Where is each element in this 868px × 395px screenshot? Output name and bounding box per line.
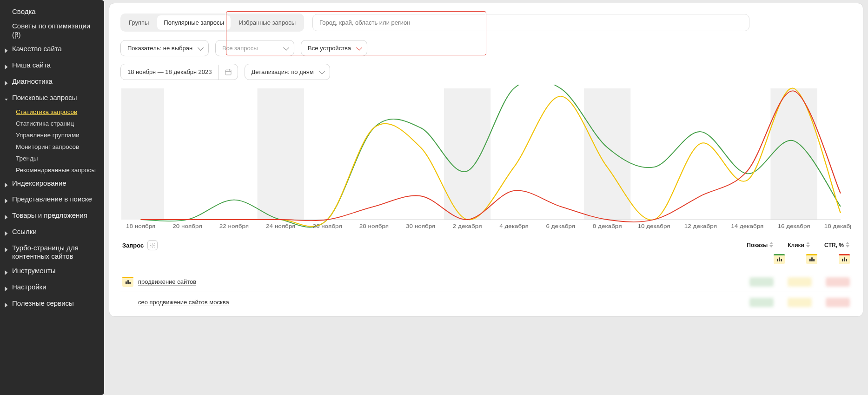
nav-label: Диагностика	[9, 77, 53, 86]
sub-query-statistics[interactable]: Статистика запросов	[0, 107, 104, 118]
nav-label: Представление в поиске	[9, 195, 92, 204]
query-tabs: Группы Популярные запросы Избранные запр…	[120, 13, 304, 32]
svg-rect-34	[127, 280, 129, 284]
nav-label: Турбо-страницы для контентных сайтов	[9, 244, 99, 261]
chevron-right-icon	[5, 63, 9, 72]
sub-group-management[interactable]: Управление группами	[0, 130, 104, 141]
main: Группы Популярные запросы Избранные запр…	[104, 0, 868, 395]
query-text[interactable]: продвижение сайтов	[138, 278, 196, 286]
nav-label: Сводка	[9, 7, 36, 16]
nav-turbo-pages[interactable]: Турбо-страницы для контентных сайтов	[0, 241, 104, 264]
sort-icon	[768, 242, 774, 249]
nav-products-offers[interactable]: Товары и предложения	[0, 208, 104, 225]
chevron-right-icon	[5, 229, 9, 238]
nav-indexing[interactable]: Индексирование	[0, 176, 104, 193]
sub-query-monitoring[interactable]: Мониторинг запросов	[0, 141, 104, 153]
chevron-right-icon	[5, 47, 9, 55]
chevron-right-icon	[5, 213, 9, 222]
sub-page-statistics[interactable]: Статистика страниц	[0, 118, 104, 130]
svg-rect-2	[258, 88, 304, 220]
nav-diagnostics[interactable]: Диагностика	[0, 74, 104, 91]
row-chart-button[interactable]	[122, 277, 133, 287]
sub-trends[interactable]: Тренды	[0, 153, 104, 165]
svg-text:20 ноября: 20 ноября	[172, 223, 202, 229]
svg-rect-1	[121, 88, 164, 220]
table-settings-button[interactable]	[147, 240, 158, 250]
chevron-right-icon	[5, 285, 9, 294]
svg-rect-3	[444, 88, 490, 220]
svg-text:2 декабря: 2 декабря	[453, 223, 482, 229]
tab-favorite-queries[interactable]: Избранные запросы	[232, 15, 302, 30]
calendar-icon[interactable]	[219, 65, 238, 80]
tab-groups[interactable]: Группы	[122, 15, 155, 30]
nav-optimization-tips[interactable]: Советы по оптимизации (β)	[0, 19, 104, 42]
svg-rect-33	[125, 281, 126, 284]
nav-label: Индексирование	[9, 179, 66, 188]
table-row: продвижение сайтов	[120, 271, 852, 292]
svg-rect-28	[811, 257, 813, 261]
metric-cell	[826, 298, 850, 307]
svg-rect-24	[776, 259, 778, 261]
tab-popular-queries[interactable]: Популярные запросы	[157, 15, 231, 30]
nav-search-queries[interactable]: Поисковые запросы	[0, 91, 104, 107]
nav-search-appearance[interactable]: Представление в поиске	[0, 192, 104, 208]
nav-label: Качество сайта	[9, 45, 62, 54]
mini-chart-button[interactable]	[774, 254, 785, 264]
mini-chart-button[interactable]	[806, 254, 817, 264]
query-text[interactable]: сео продвижение сайтов москва	[138, 299, 229, 306]
column-header[interactable]: CTR, %	[824, 242, 850, 249]
svg-rect-29	[813, 259, 815, 261]
row-color-indicator	[122, 277, 133, 278]
nav-label: Товары и предложения	[9, 211, 87, 220]
nav-label: Поисковые запросы	[9, 94, 77, 102]
svg-rect-31	[844, 257, 845, 261]
svg-text:16 декабря: 16 декабря	[778, 223, 810, 229]
devices-select[interactable]: Все устройства	[301, 40, 367, 56]
metric-cell	[749, 277, 774, 287]
svg-rect-27	[809, 259, 810, 261]
nav-label: Полезные сервисы	[9, 299, 74, 308]
svg-text:18 ноября: 18 ноября	[126, 223, 155, 229]
metric-cell	[788, 277, 812, 287]
metric-cell	[749, 298, 774, 307]
svg-rect-35	[129, 282, 131, 284]
queries-select[interactable]: Все запросы	[215, 40, 294, 56]
nav-summary[interactable]: Сводка	[0, 5, 104, 19]
svg-point-23	[152, 244, 153, 246]
column-header[interactable]: Клики	[788, 242, 810, 249]
chevron-right-icon	[5, 197, 9, 206]
nav-tools[interactable]: Инструменты	[0, 264, 104, 280]
nav-site-niche[interactable]: Ниша сайта	[0, 58, 104, 74]
column-header[interactable]: Показы	[747, 242, 774, 249]
indicator-select[interactable]: Показатель: не выбран	[120, 40, 209, 56]
svg-text:4 декабря: 4 декабря	[499, 223, 529, 229]
nav-links[interactable]: Ссылки	[0, 225, 104, 241]
svg-rect-30	[841, 259, 843, 261]
mini-chart-button[interactable]	[839, 254, 850, 264]
chart: 18 ноября20 ноября22 ноября24 ноября26 н…	[121, 85, 851, 234]
table-header: Запрос ПоказыКликиCTR, %	[120, 240, 852, 250]
table-title: Запрос	[122, 242, 144, 249]
nav-site-quality[interactable]: Качество сайта	[0, 42, 104, 58]
chevron-down-icon	[5, 95, 9, 104]
metric-cell	[826, 277, 850, 287]
svg-text:30 ноября: 30 ноября	[406, 223, 435, 229]
region-input[interactable]	[312, 14, 749, 31]
date-range-picker[interactable]: 18 ноября — 18 декабря 2023	[120, 64, 238, 80]
chevron-right-icon	[5, 79, 9, 88]
nav-useful-services[interactable]: Полезные сервисы	[0, 296, 104, 313]
sidebar: Сводка Советы по оптимизации (β) Качеств…	[0, 0, 104, 395]
svg-text:24 ноября: 24 ноября	[266, 223, 295, 229]
column-label: CTR, %	[824, 242, 844, 248]
column-label: Показы	[747, 242, 768, 248]
nav-settings[interactable]: Настройки	[0, 280, 104, 296]
series-color-indicator	[774, 254, 785, 255]
detail-select[interactable]: Детализация: по дням	[245, 64, 330, 80]
svg-rect-4	[584, 88, 630, 220]
svg-rect-0	[225, 70, 231, 75]
chevron-right-icon	[5, 246, 9, 254]
nav-label: Советы по оптимизации (β)	[9, 22, 99, 40]
metric-cell	[788, 298, 812, 307]
sub-recommended-queries[interactable]: Рекомендованные запросы	[0, 165, 104, 176]
svg-text:26 ноября: 26 ноября	[312, 223, 342, 229]
